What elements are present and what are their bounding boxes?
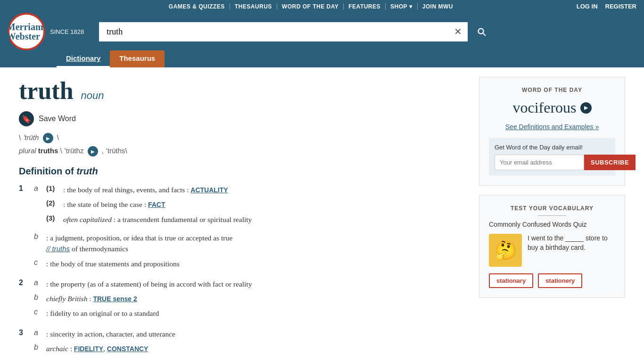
sub-num-1a1: (1) bbox=[46, 184, 59, 195]
subscribe-button[interactable]: SUBSCRIBE bbox=[584, 155, 636, 170]
nav-thesaurus[interactable]: THESAURUS bbox=[230, 3, 277, 10]
header-main: Merriam-Webster SINCE 1828 ✕ bbox=[0, 10, 644, 50]
def-2b: b chiefly British : TRUE sense 2 bbox=[34, 293, 252, 304]
fact-link[interactable]: FACT bbox=[148, 201, 165, 208]
quiz-options: stationary stationery bbox=[489, 273, 615, 288]
search-wrapper: ✕ bbox=[99, 22, 495, 41]
wotd-word: vociferous ▶ bbox=[489, 99, 615, 116]
plural-label: plural bbox=[19, 147, 36, 155]
tab-bar: Dictionary Thesaurus bbox=[0, 50, 644, 67]
logo: Merriam-Webster bbox=[8, 13, 45, 50]
sidebar: WORD OF THE DAY vociferous ▶ See Definit… bbox=[479, 77, 625, 362]
def-text-1a1: : the body of real things, events, and f… bbox=[63, 184, 228, 195]
nav-links: GAMES & QUIZZES THESAURUS WORD OF THE DA… bbox=[164, 3, 458, 10]
tab-dictionary[interactable]: Dictionary bbox=[57, 50, 110, 67]
def-example-1b: // truths of thermodynamics bbox=[46, 245, 128, 253]
def-text-1a3: often capitalized : a transcendent funda… bbox=[63, 214, 252, 225]
plural-row: plural truths \ ˈtrüthz ▶ , ˈtrüths\ bbox=[19, 146, 465, 156]
wotd-audio-icon: ▶ bbox=[584, 105, 588, 111]
pronunciation-row: \ ˈtrüth ▶ \ bbox=[19, 133, 465, 143]
def-text-2a: : the property (as of a statement) of be… bbox=[46, 280, 252, 288]
true-link[interactable]: TRUE sense 2 bbox=[93, 295, 137, 303]
def-letter-1b: b bbox=[34, 232, 41, 255]
def-letter-2a: a bbox=[34, 279, 41, 289]
vocab-divider bbox=[538, 215, 566, 216]
save-word-button[interactable]: 🔖 bbox=[19, 111, 34, 126]
search-icon bbox=[476, 26, 487, 37]
def-1a-content: (1) : the body of real things, events, a… bbox=[46, 184, 252, 229]
def-num-2: 2 bbox=[19, 279, 26, 323]
see-definitions-link[interactable]: See Definitions and Examples » bbox=[489, 123, 615, 131]
quiz-question: I went to the _____ store to buy a birth… bbox=[528, 234, 615, 252]
def-num-1: 1 bbox=[19, 184, 26, 273]
audio-button-main[interactable]: ▶ bbox=[43, 133, 53, 143]
def-2b-content: chiefly British : TRUE sense 2 bbox=[46, 293, 252, 304]
nav-join[interactable]: JOIN MWU bbox=[418, 3, 458, 10]
audio-button-plural[interactable]: ▶ bbox=[88, 146, 98, 156]
def-text-1c: : the body of true statements and propos… bbox=[46, 260, 180, 268]
headword: truth bbox=[19, 77, 74, 104]
wotd-label: WORD OF THE DAY bbox=[489, 87, 615, 93]
def-2-entries: a : the property (as of a statement) of … bbox=[34, 279, 252, 323]
def-3b-content: archaic : FIDELITY, CONSTANCY bbox=[46, 343, 175, 354]
def-1a-1: (1) : the body of real things, events, a… bbox=[46, 184, 252, 195]
definition-block-2: 2 a : the property (as of a statement) o… bbox=[19, 279, 465, 323]
def-3a: a : sincerity in action, character, and … bbox=[34, 329, 175, 339]
register-link[interactable]: REGISTER bbox=[605, 3, 636, 10]
def-2c-content: : fidelity to an original or to a standa… bbox=[46, 308, 252, 319]
login-link[interactable]: LOG IN bbox=[577, 3, 598, 10]
def-text-1b: : a judgment, proposition, or idea that … bbox=[46, 234, 232, 242]
def-text-3b: archaic : FIDELITY, CONSTANCY bbox=[46, 345, 148, 353]
sub-num-1a3: (3) bbox=[46, 214, 59, 225]
nav-wotd[interactable]: WORD OF THE DAY bbox=[277, 3, 344, 10]
plural-word: truths bbox=[38, 147, 58, 155]
def-text-2c: : fidelity to an original or to a standa… bbox=[46, 309, 159, 317]
constancy-link[interactable]: CONSTANCY bbox=[107, 345, 149, 353]
def-3b: b archaic : FIDELITY, CONSTANCY bbox=[34, 343, 175, 354]
plural-pron2: , ˈtrüths\ bbox=[102, 147, 127, 155]
quiz-option-stationary[interactable]: stationary bbox=[489, 273, 533, 288]
truths-example-link[interactable]: // truths bbox=[46, 245, 70, 253]
def-1a-2: (2) : the state of being the case : FACT bbox=[46, 199, 252, 210]
wotd-audio-button[interactable]: ▶ bbox=[580, 102, 592, 114]
def-text-2b: chiefly British : TRUE sense 2 bbox=[46, 295, 137, 303]
clear-search-button[interactable]: ✕ bbox=[448, 22, 468, 41]
def-text-1a2: : the state of being the case : FACT bbox=[63, 199, 165, 210]
def-2a: a : the property (as of a statement) of … bbox=[34, 279, 252, 289]
plural-pron1: \ ˈtrüthz bbox=[60, 147, 84, 155]
save-word-row: 🔖 Save Word bbox=[19, 111, 465, 126]
bookmark-icon: 🔖 bbox=[22, 115, 31, 123]
top-nav: GAMES & QUIZZES THESAURUS WORD OF THE DA… bbox=[0, 0, 644, 10]
vocab-label: TEST YOUR VOCABULARY bbox=[489, 205, 615, 212]
def-letter-2c: c bbox=[34, 308, 41, 319]
def-letter-3b: b bbox=[34, 343, 41, 354]
quiz-row: 🤔 I went to the _____ store to buy a bir… bbox=[489, 234, 615, 267]
save-word-label: Save Word bbox=[39, 115, 76, 123]
nav-shop[interactable]: SHOP ▾ bbox=[386, 3, 418, 10]
actuality-link[interactable]: ACTUALITY bbox=[190, 186, 228, 194]
email-label: Get Word of the Day daily email! bbox=[495, 144, 610, 151]
pron-phonetic: ˈtrüth bbox=[23, 133, 39, 141]
search-button[interactable] bbox=[468, 22, 495, 41]
pron-close: \ bbox=[57, 133, 59, 141]
email-input[interactable] bbox=[495, 155, 584, 170]
logo-link[interactable]: Merriam-Webster SINCE 1828 bbox=[8, 13, 84, 50]
logo-text: Merriam-Webster bbox=[7, 22, 46, 41]
def-1a-3: (3) often capitalized : a transcendent f… bbox=[46, 214, 252, 225]
email-row: SUBSCRIBE bbox=[495, 155, 610, 170]
def-text-3a: : sincerity in action, character, and ut… bbox=[46, 330, 175, 338]
def-1b: b : a judgment, proposition, or idea tha… bbox=[34, 232, 252, 255]
def-1c: c : the body of true statements and prop… bbox=[34, 258, 252, 269]
nav-games[interactable]: GAMES & QUIZZES bbox=[164, 3, 230, 10]
fidelity-link[interactable]: FIDELITY bbox=[74, 345, 103, 353]
sub-num-1a2: (2) bbox=[46, 199, 59, 210]
nav-features[interactable]: FEATURES bbox=[344, 3, 386, 10]
tab-thesaurus[interactable]: Thesaurus bbox=[110, 50, 165, 67]
vocab-section: TEST YOUR VOCABULARY Commonly Confused W… bbox=[489, 205, 615, 288]
def-letter-1c: c bbox=[34, 258, 41, 269]
def-3-entries: a : sincerity in action, character, and … bbox=[34, 329, 175, 358]
quiz-content: I went to the _____ store to buy a birth… bbox=[528, 234, 615, 252]
definition-block-3: 3 a : sincerity in action, character, an… bbox=[19, 329, 465, 358]
search-input[interactable] bbox=[99, 22, 448, 41]
quiz-option-stationery[interactable]: stationery bbox=[538, 273, 582, 288]
